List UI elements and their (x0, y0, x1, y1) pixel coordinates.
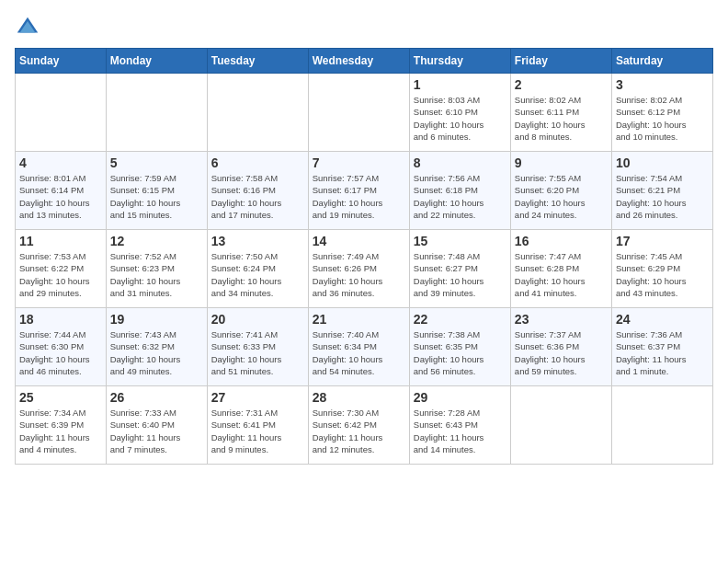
calendar-week-2: 4Sunrise: 8:01 AM Sunset: 6:14 PM Daylig… (16, 152, 713, 230)
calendar-cell: 8Sunrise: 7:56 AM Sunset: 6:18 PM Daylig… (409, 152, 510, 230)
day-info: Sunrise: 7:54 AM Sunset: 6:21 PM Dayligh… (616, 172, 709, 221)
calendar-cell: 17Sunrise: 7:45 AM Sunset: 6:29 PM Dayli… (611, 230, 712, 308)
calendar-cell: 9Sunrise: 7:55 AM Sunset: 6:20 PM Daylig… (510, 152, 611, 230)
day-number: 12 (110, 234, 203, 248)
logo-icon (15, 15, 40, 40)
weekday-header-thursday: Thursday (409, 49, 510, 74)
calendar-cell: 24Sunrise: 7:36 AM Sunset: 6:37 PM Dayli… (611, 308, 712, 386)
weekday-header-saturday: Saturday (611, 49, 712, 74)
day-info: Sunrise: 7:58 AM Sunset: 6:16 PM Dayligh… (211, 172, 304, 221)
day-number: 13 (211, 234, 304, 248)
day-info: Sunrise: 7:37 AM Sunset: 6:36 PM Dayligh… (515, 328, 608, 377)
day-number: 3 (616, 77, 709, 92)
day-number: 11 (19, 234, 102, 248)
calendar-week-3: 11Sunrise: 7:53 AM Sunset: 6:22 PM Dayli… (16, 230, 713, 308)
calendar-cell: 21Sunrise: 7:40 AM Sunset: 6:34 PM Dayli… (308, 308, 409, 386)
day-number: 23 (515, 312, 608, 327)
calendar-cell: 18Sunrise: 7:44 AM Sunset: 6:30 PM Dayli… (16, 308, 107, 386)
calendar-table: SundayMondayTuesdayWednesdayThursdayFrid… (15, 48, 713, 465)
day-info: Sunrise: 7:40 AM Sunset: 6:34 PM Dayligh… (313, 328, 405, 377)
calendar-cell: 7Sunrise: 7:57 AM Sunset: 6:17 PM Daylig… (308, 152, 409, 230)
day-info: Sunrise: 7:48 AM Sunset: 6:27 PM Dayligh… (414, 250, 506, 299)
calendar-cell (308, 74, 409, 152)
day-info: Sunrise: 7:57 AM Sunset: 6:17 PM Dayligh… (313, 172, 405, 221)
calendar-cell: 20Sunrise: 7:41 AM Sunset: 6:33 PM Dayli… (207, 308, 308, 386)
calendar-cell: 26Sunrise: 7:33 AM Sunset: 6:40 PM Dayli… (106, 386, 207, 465)
day-number: 22 (414, 312, 506, 327)
day-info: Sunrise: 7:43 AM Sunset: 6:32 PM Dayligh… (110, 328, 203, 377)
day-info: Sunrise: 8:02 AM Sunset: 6:11 PM Dayligh… (515, 94, 608, 143)
day-info: Sunrise: 7:33 AM Sunset: 6:40 PM Dayligh… (110, 407, 203, 455)
weekday-header-sunday: Sunday (16, 49, 107, 74)
calendar-cell: 1Sunrise: 8:03 AM Sunset: 6:10 PM Daylig… (409, 74, 510, 152)
day-info: Sunrise: 8:03 AM Sunset: 6:10 PM Dayligh… (414, 94, 506, 143)
day-number: 24 (616, 312, 709, 327)
weekday-header-tuesday: Tuesday (207, 49, 308, 74)
calendar-cell: 4Sunrise: 8:01 AM Sunset: 6:14 PM Daylig… (16, 152, 107, 230)
day-number: 14 (313, 234, 405, 248)
day-info: Sunrise: 7:34 AM Sunset: 6:39 PM Dayligh… (19, 407, 102, 455)
calendar-cell: 22Sunrise: 7:38 AM Sunset: 6:35 PM Dayli… (409, 308, 510, 386)
page-header (15, 15, 713, 40)
day-number: 4 (19, 155, 102, 170)
day-number: 19 (110, 312, 203, 327)
day-number: 17 (616, 234, 709, 248)
calendar-cell: 27Sunrise: 7:31 AM Sunset: 6:41 PM Dayli… (207, 386, 308, 465)
calendar-cell: 2Sunrise: 8:02 AM Sunset: 6:11 PM Daylig… (510, 74, 611, 152)
day-info: Sunrise: 7:56 AM Sunset: 6:18 PM Dayligh… (414, 172, 506, 221)
day-number: 2 (515, 77, 608, 92)
day-number: 28 (313, 390, 405, 405)
calendar-cell: 15Sunrise: 7:48 AM Sunset: 6:27 PM Dayli… (409, 230, 510, 308)
day-number: 27 (211, 390, 304, 405)
calendar-cell (207, 74, 308, 152)
calendar-cell: 25Sunrise: 7:34 AM Sunset: 6:39 PM Dayli… (16, 386, 107, 465)
day-info: Sunrise: 8:01 AM Sunset: 6:14 PM Dayligh… (19, 172, 102, 221)
day-info: Sunrise: 7:41 AM Sunset: 6:33 PM Dayligh… (211, 328, 304, 377)
day-number: 25 (19, 390, 102, 405)
day-number: 29 (414, 390, 506, 405)
calendar-cell: 11Sunrise: 7:53 AM Sunset: 6:22 PM Dayli… (16, 230, 107, 308)
weekday-header-wednesday: Wednesday (308, 49, 409, 74)
calendar-cell: 28Sunrise: 7:30 AM Sunset: 6:42 PM Dayli… (308, 386, 409, 465)
day-number: 16 (515, 234, 608, 248)
weekday-header-row: SundayMondayTuesdayWednesdayThursdayFrid… (16, 49, 713, 74)
day-info: Sunrise: 7:44 AM Sunset: 6:30 PM Dayligh… (19, 328, 102, 377)
calendar-cell: 6Sunrise: 7:58 AM Sunset: 6:16 PM Daylig… (207, 152, 308, 230)
calendar-week-4: 18Sunrise: 7:44 AM Sunset: 6:30 PM Dayli… (16, 308, 713, 386)
calendar-cell (510, 386, 611, 465)
weekday-header-monday: Monday (106, 49, 207, 74)
day-number: 21 (313, 312, 405, 327)
calendar-cell (611, 386, 712, 465)
calendar-cell: 14Sunrise: 7:49 AM Sunset: 6:26 PM Dayli… (308, 230, 409, 308)
day-info: Sunrise: 7:31 AM Sunset: 6:41 PM Dayligh… (211, 407, 304, 455)
day-info: Sunrise: 7:30 AM Sunset: 6:42 PM Dayligh… (313, 407, 405, 455)
day-number: 9 (515, 155, 608, 170)
calendar-cell: 13Sunrise: 7:50 AM Sunset: 6:24 PM Dayli… (207, 230, 308, 308)
day-number: 10 (616, 155, 709, 170)
calendar-cell: 19Sunrise: 7:43 AM Sunset: 6:32 PM Dayli… (106, 308, 207, 386)
day-number: 1 (414, 77, 506, 92)
day-info: Sunrise: 7:52 AM Sunset: 6:23 PM Dayligh… (110, 250, 203, 299)
day-info: Sunrise: 7:36 AM Sunset: 6:37 PM Dayligh… (616, 328, 709, 377)
calendar-cell (16, 74, 107, 152)
day-number: 20 (211, 312, 304, 327)
day-info: Sunrise: 7:50 AM Sunset: 6:24 PM Dayligh… (211, 250, 304, 299)
day-info: Sunrise: 7:55 AM Sunset: 6:20 PM Dayligh… (515, 172, 608, 221)
day-number: 8 (414, 155, 506, 170)
day-number: 6 (211, 155, 304, 170)
day-info: Sunrise: 7:45 AM Sunset: 6:29 PM Dayligh… (616, 250, 709, 299)
day-info: Sunrise: 7:38 AM Sunset: 6:35 PM Dayligh… (414, 328, 506, 377)
calendar-cell: 16Sunrise: 7:47 AM Sunset: 6:28 PM Dayli… (510, 230, 611, 308)
day-info: Sunrise: 7:53 AM Sunset: 6:22 PM Dayligh… (19, 250, 102, 299)
day-number: 18 (19, 312, 102, 327)
calendar-cell: 29Sunrise: 7:28 AM Sunset: 6:43 PM Dayli… (409, 386, 510, 465)
calendar-cell: 12Sunrise: 7:52 AM Sunset: 6:23 PM Dayli… (106, 230, 207, 308)
day-info: Sunrise: 8:02 AM Sunset: 6:12 PM Dayligh… (616, 94, 709, 143)
calendar-cell: 10Sunrise: 7:54 AM Sunset: 6:21 PM Dayli… (611, 152, 712, 230)
day-number: 15 (414, 234, 506, 248)
day-info: Sunrise: 7:49 AM Sunset: 6:26 PM Dayligh… (313, 250, 405, 299)
calendar-week-5: 25Sunrise: 7:34 AM Sunset: 6:39 PM Dayli… (16, 386, 713, 465)
calendar-cell (106, 74, 207, 152)
weekday-header-friday: Friday (510, 49, 611, 74)
day-info: Sunrise: 7:59 AM Sunset: 6:15 PM Dayligh… (110, 172, 203, 221)
